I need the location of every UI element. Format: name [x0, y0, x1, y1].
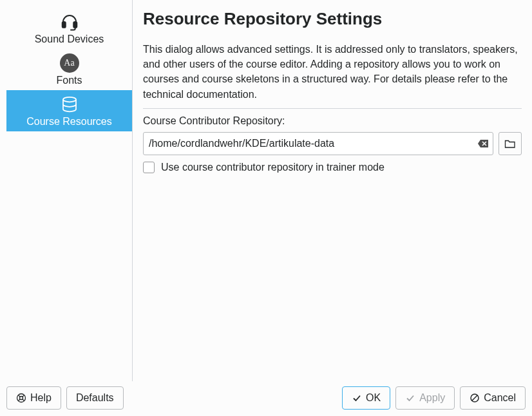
- sidebar-item-sound-devices[interactable]: Sound Devices: [6, 8, 132, 49]
- browse-button[interactable]: [499, 132, 522, 155]
- ok-button[interactable]: OK: [342, 386, 390, 410]
- defaults-button[interactable]: Defaults: [66, 386, 124, 410]
- help-button-label: Help: [30, 392, 52, 404]
- folder-icon: [504, 138, 516, 149]
- font-icon: Aa: [60, 53, 79, 73]
- database-icon: [60, 94, 79, 115]
- headset-icon: [60, 12, 79, 32]
- content-pane: Resource Repository Settings This dialog…: [133, 0, 532, 381]
- defaults-button-label: Defaults: [76, 392, 114, 404]
- apply-button[interactable]: Apply: [395, 386, 455, 410]
- svg-point-4: [20, 397, 23, 400]
- check-icon: [405, 393, 415, 403]
- sidebar-item-label: Course Resources: [26, 116, 112, 128]
- svg-point-3: [17, 394, 26, 402]
- divider: [143, 108, 522, 109]
- cancel-icon: [470, 393, 480, 403]
- sidebar-item-label: Fonts: [56, 75, 82, 86]
- trainer-mode-checkbox[interactable]: [143, 162, 155, 173]
- cancel-button-label: Cancel: [484, 392, 516, 404]
- sidebar: Sound Devices Aa Fonts Course Resources: [0, 0, 133, 381]
- sidebar-item-fonts[interactable]: Aa Fonts: [6, 49, 132, 90]
- svg-rect-1: [73, 22, 77, 28]
- repo-path-label: Course Contributor Repository:: [143, 115, 522, 127]
- trainer-mode-checkbox-label[interactable]: Use course contributor repository in tra…: [161, 162, 385, 173]
- help-icon: [16, 393, 26, 403]
- sidebar-item-course-resources[interactable]: Course Resources: [6, 90, 132, 131]
- page-description: This dialog allows advanced settings. It…: [143, 42, 522, 102]
- svg-point-2: [63, 97, 76, 102]
- sidebar-item-label: Sound Devices: [35, 33, 104, 45]
- check-icon: [352, 393, 362, 403]
- cancel-button[interactable]: Cancel: [460, 386, 526, 410]
- backspace-icon: [477, 139, 489, 148]
- clear-input-button[interactable]: [475, 136, 491, 151]
- svg-rect-0: [62, 22, 65, 28]
- ok-button-label: OK: [366, 392, 381, 404]
- help-button[interactable]: Help: [6, 386, 61, 410]
- button-bar: Help Defaults OK Apply Cancel: [0, 381, 532, 416]
- repo-path-input[interactable]: [143, 132, 493, 155]
- page-title: Resource Repository Settings: [143, 9, 522, 29]
- apply-button-label: Apply: [419, 392, 445, 404]
